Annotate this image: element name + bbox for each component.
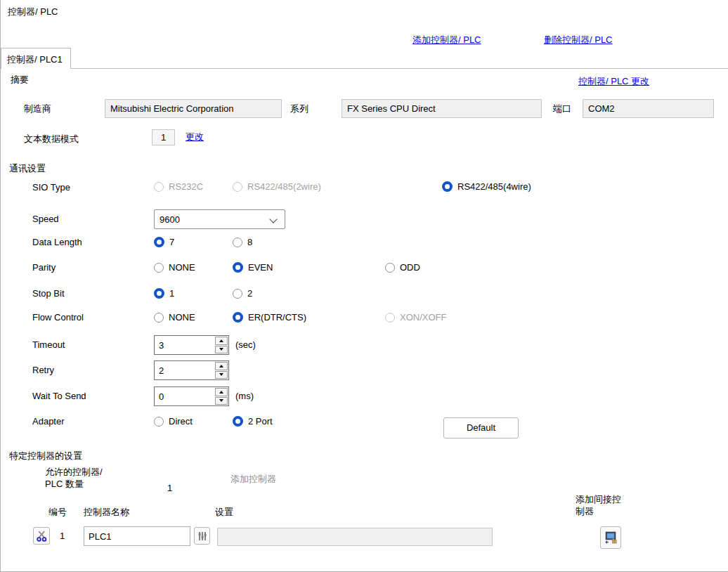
parity-none-radio[interactable]: NONE: [154, 261, 195, 273]
stop-bit-1-radio[interactable]: 1: [154, 287, 174, 299]
stop-bit-2-radio[interactable]: 2: [233, 287, 252, 299]
add-indirect-label-line1: 添加间接控: [576, 493, 621, 506]
radio-label: 2 Port: [248, 416, 273, 427]
add-device-label: 添加控制器: [230, 473, 276, 486]
radio-label: 7: [169, 237, 174, 247]
arrow-up-icon: [219, 339, 223, 342]
add-controller-link[interactable]: 添加控制器/ PLC: [412, 34, 481, 46]
radio-icon: [154, 263, 164, 273]
retry-stepper[interactable]: [154, 360, 229, 380]
stop-bit-label: Stop Bit: [32, 288, 65, 299]
comm-settings-heading: 通讯设置: [9, 162, 46, 175]
delete-device-button[interactable]: [33, 527, 50, 545]
timeout-label: Timeout: [32, 339, 65, 350]
radio-label: RS422/485(4wire): [457, 181, 531, 192]
radio-label: NONE: [169, 262, 195, 273]
wait-to-send-stepper[interactable]: [154, 386, 229, 406]
radio-label: XON/XOFF: [400, 312, 446, 323]
text-data-mode-value: 1: [152, 129, 175, 145]
manufacturer-value-field: Mitsubishi Electric Corporation: [105, 99, 282, 118]
radio-icon: [233, 182, 242, 192]
radio-icon: [233, 312, 243, 323]
radio-label: ODD: [400, 262, 420, 273]
wait-up-button[interactable]: [215, 388, 228, 396]
speed-label: Speed: [32, 214, 59, 224]
radio-icon: [442, 181, 453, 192]
column-header-number: 编号: [48, 506, 67, 519]
radio-label: NONE: [169, 312, 195, 323]
timeout-up-button[interactable]: [215, 337, 228, 345]
summary-heading: 摘要: [11, 74, 29, 86]
sio-rs422-2wire-radio[interactable]: RS422/485(2wire): [233, 181, 321, 193]
timeout-input[interactable]: [155, 336, 218, 354]
parity-label: Parity: [32, 262, 56, 273]
radio-label: Direct: [169, 416, 193, 427]
flow-er-radio[interactable]: ER(DTR/CTS): [233, 311, 306, 323]
retry-label: Retry: [32, 365, 54, 375]
flow-xonxoff-radio[interactable]: XON/XOFF: [385, 311, 446, 323]
device-name-input[interactable]: [84, 526, 190, 546]
flow-control-label: Flow Control: [32, 312, 84, 323]
adapter-direct-radio[interactable]: Direct: [154, 415, 193, 427]
radio-icon: [154, 288, 164, 299]
arrow-down-icon: [219, 348, 223, 351]
radio-label: 1: [169, 288, 174, 299]
port-value-field: COM2: [583, 99, 714, 118]
device-settings-heading: 特定控制器的设置: [9, 450, 82, 462]
timeout-stepper[interactable]: [154, 335, 229, 355]
radio-label: ER(DTR/CTS): [248, 312, 306, 323]
change-controller-link[interactable]: 控制器/ PLC 更改: [578, 75, 649, 88]
radio-icon: [154, 313, 164, 323]
flow-none-radio[interactable]: NONE: [154, 311, 195, 323]
allowed-count-label-line1: 允许的控制器/: [45, 466, 103, 479]
parity-odd-radio[interactable]: ODD: [385, 261, 420, 273]
data-length-8-radio[interactable]: 8: [233, 236, 252, 248]
add-indirect-label-line2: 制器: [576, 505, 594, 518]
radio-icon: [233, 289, 242, 299]
retry-down-button[interactable]: [215, 371, 228, 379]
sio-rs422-4wire-radio[interactable]: RS422/485(4wire): [442, 181, 531, 193]
radio-icon: [233, 238, 242, 247]
tab-controller-plc1[interactable]: 控制器/ PLC1: [1, 48, 71, 69]
radio-label: EVEN: [248, 262, 273, 273]
indirect-device-icon: [604, 531, 618, 545]
arrow-down-icon: [219, 373, 223, 376]
tab-label: 控制器/ PLC1: [7, 54, 63, 65]
retry-up-button[interactable]: [215, 362, 228, 370]
sliders-icon: [197, 531, 207, 541]
data-length-label: Data Length: [32, 237, 82, 247]
radio-label: RS232C: [169, 181, 203, 192]
wait-to-send-input[interactable]: [155, 387, 218, 405]
default-button[interactable]: Default: [443, 417, 519, 438]
series-label: 系列: [290, 103, 308, 115]
speed-select[interactable]: 9600: [154, 209, 285, 229]
retry-input[interactable]: [155, 361, 218, 379]
radio-label: 8: [247, 237, 252, 247]
radio-icon: [154, 237, 164, 247]
data-length-7-radio[interactable]: 7: [154, 236, 174, 248]
manufacturer-label: 制造商: [24, 103, 51, 115]
device-row-number: 1: [60, 531, 65, 541]
text-data-mode-label: 文本数据模式: [24, 133, 79, 145]
wait-down-button[interactable]: [215, 397, 228, 405]
device-settings-button[interactable]: [194, 527, 210, 545]
scissors-icon: [36, 530, 48, 542]
port-label: 端口: [553, 103, 571, 115]
delete-controller-link[interactable]: 删除控制器/ PLC: [544, 34, 613, 46]
add-indirect-device-button[interactable]: [600, 526, 621, 549]
arrow-up-icon: [219, 391, 223, 394]
device-settings-value-field: [217, 528, 493, 546]
timeout-down-button[interactable]: [215, 346, 228, 354]
allowed-count-label-line2: PLC 数量: [45, 478, 84, 490]
radio-label: RS422/485(2wire): [247, 181, 321, 192]
allowed-count-value: 1: [167, 483, 172, 493]
sio-rs232c-radio[interactable]: RS232C: [154, 181, 203, 193]
page-title: 控制器/ PLC: [8, 6, 58, 18]
radio-icon: [233, 416, 243, 427]
radio-icon: [154, 182, 164, 192]
adapter-2port-radio[interactable]: 2 Port: [233, 415, 273, 427]
text-data-mode-change-link[interactable]: 更改: [186, 131, 204, 143]
parity-even-radio[interactable]: EVEN: [233, 261, 273, 273]
controller-plc-settings-panel: 控制器/ PLC 添加控制器/ PLC 删除控制器/ PLC 控制器/ PLC1…: [0, 0, 728, 572]
wait-to-send-label: Wait To Send: [32, 391, 86, 401]
